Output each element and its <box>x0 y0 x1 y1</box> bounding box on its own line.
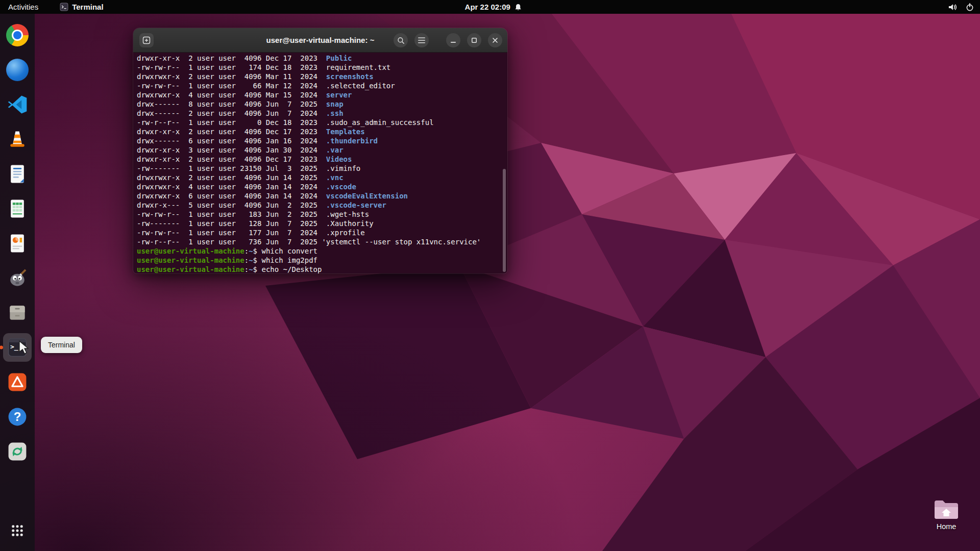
terminal-line: -rw------- 1 user user 128 Jun 7 2025 .X… <box>137 219 507 228</box>
dock-item-vlc[interactable] <box>3 125 32 154</box>
ubuntu-software-icon <box>6 371 29 393</box>
terminal-scrollbar[interactable] <box>503 169 506 272</box>
dock-item-libreoffice-calc[interactable] <box>3 194 32 223</box>
terminal-line: drwxrwxr-x 6 user user 4096 Jan 14 2024 … <box>137 191 507 201</box>
home-folder-icon <box>933 498 960 521</box>
new-tab-icon <box>142 36 151 44</box>
running-indicator-dot <box>0 346 3 349</box>
desktop: Activities Terminal Apr 22 02:09 <box>0 0 980 551</box>
vscode-icon <box>6 93 29 116</box>
notification-bell-icon <box>514 3 522 11</box>
activities-button[interactable]: Activities <box>5 3 41 11</box>
system-status-area[interactable] <box>948 0 974 14</box>
dock-item-libreoffice-impress[interactable] <box>3 229 32 258</box>
terminal-line: drwxr-xr-x 2 user user 4096 Dec 17 2023 … <box>137 127 507 136</box>
new-tab-button[interactable] <box>139 33 154 47</box>
terminal-window: user@user-virtual-machine: ~ <box>133 28 507 273</box>
minimize-button[interactable] <box>446 33 460 47</box>
dock-item-vscode[interactable] <box>3 90 32 119</box>
terminal-output[interactable]: drwxr-xr-x 2 user user 4096 Dec 17 2023 … <box>133 53 507 273</box>
search-button[interactable] <box>394 33 408 47</box>
dock-item-help[interactable]: ? <box>3 403 32 431</box>
terminal-prompt-line: user@user-virtual-machine:~$ which conve… <box>137 246 507 256</box>
menu-button[interactable] <box>414 33 429 47</box>
vlc-icon <box>6 128 29 151</box>
terminal-line: -rw------- 1 user user 23150 Jul 3 2025 … <box>137 164 507 173</box>
terminal-line: drwxr-xr-x 3 user user 4096 Jan 30 2024 … <box>137 145 507 155</box>
dock-item-libreoffice-writer[interactable] <box>3 160 32 188</box>
app-menu[interactable]: Terminal <box>60 3 103 11</box>
dock-item-ubuntu-software[interactable] <box>3 368 32 396</box>
hamburger-icon <box>418 37 425 43</box>
utility-icon <box>6 440 29 463</box>
writer-icon <box>6 163 29 185</box>
show-applications-button[interactable] <box>3 516 32 545</box>
dock: >_ ? <box>0 14 35 551</box>
terminal-prompt-line: user@user-virtual-machine:~$ echo ~/Desk… <box>137 265 507 273</box>
terminal-line: drwxrwxr-x 2 user user 4096 Mar 11 2024 … <box>137 72 507 81</box>
files-icon <box>6 302 29 324</box>
clock-button[interactable]: Apr 22 02:09 <box>465 0 522 14</box>
search-icon <box>397 37 405 44</box>
blue-circle-app-icon <box>6 59 29 81</box>
terminal-line: -rw-rw-r-- 1 user user 174 Dec 18 2023 r… <box>137 63 507 72</box>
terminal-line: drwxr-xr-x 2 user user 4096 Dec 17 2023 … <box>137 54 507 63</box>
dock-item-files[interactable] <box>3 298 32 327</box>
terminal-line: drwx------ 2 user user 4096 Jun 7 2024 .… <box>137 109 507 118</box>
terminal-line: drwxrwxr-x 2 user user 4096 Jun 14 2025 … <box>137 173 507 182</box>
dock-item-gimp[interactable] <box>3 264 32 292</box>
terminal-app-icon <box>60 3 68 11</box>
impress-icon <box>6 232 29 255</box>
calc-icon <box>6 197 29 220</box>
terminal-line: -rw-rw-r-- 1 user user 177 Jun 7 2024 .x… <box>137 228 507 237</box>
terminal-headerbar[interactable]: user@user-virtual-machine: ~ <box>133 28 507 53</box>
terminal-line: drwx------ 8 user user 4096 Jun 7 2025 s… <box>137 99 507 109</box>
terminal-line: drwxr-x--- 5 user user 4096 Jun 2 2025 .… <box>137 201 507 210</box>
chrome-icon <box>6 24 29 46</box>
mouse-cursor <box>18 340 32 355</box>
dock-item-utility[interactable] <box>3 437 32 466</box>
terminal-line: -rw-rw-r-- 1 user user 183 Jun 2 2025 .w… <box>137 210 507 219</box>
terminal-prompt-line: user@user-virtual-machine:~$ which img2p… <box>137 256 507 265</box>
terminal-line: drwxrwxr-x 4 user user 4096 Mar 15 2024 … <box>137 90 507 99</box>
dock-tooltip: Terminal <box>41 337 82 353</box>
terminal-line: drwxrwxr-x 4 user user 4096 Jan 14 2024 … <box>137 182 507 191</box>
terminal-line: -rw-rw-r-- 1 user user 66 Mar 12 2024 .s… <box>137 81 507 90</box>
home-label: Home <box>937 522 957 531</box>
top-bar: Activities Terminal Apr 22 02:09 <box>0 0 980 14</box>
terminal-line: -rw-r--r-- 1 user user 0 Dec 18 2023 .su… <box>137 118 507 127</box>
desktop-home-icon[interactable]: Home <box>930 498 963 531</box>
gimp-icon <box>6 267 29 289</box>
maximize-icon <box>471 37 477 43</box>
help-icon <box>6 406 29 428</box>
dock-item-blue-app[interactable] <box>3 56 32 84</box>
close-button[interactable] <box>488 33 502 47</box>
app-menu-label: Terminal <box>72 3 103 11</box>
close-icon <box>492 37 498 43</box>
apps-grid-icon <box>6 519 29 542</box>
volume-icon <box>948 3 958 11</box>
minimize-icon <box>450 37 456 43</box>
power-icon <box>966 3 974 11</box>
terminal-line: drwxr-xr-x 2 user user 4096 Dec 17 2023 … <box>137 155 507 164</box>
maximize-button[interactable] <box>467 33 481 47</box>
terminal-line: drwx------ 6 user user 4096 Jan 16 2024 … <box>137 136 507 145</box>
clock-label: Apr 22 02:09 <box>465 3 510 11</box>
terminal-line: -rw-r--r-- 1 user user 736 Jun 7 2025 'y… <box>137 237 507 246</box>
dock-item-chrome[interactable] <box>3 21 32 49</box>
